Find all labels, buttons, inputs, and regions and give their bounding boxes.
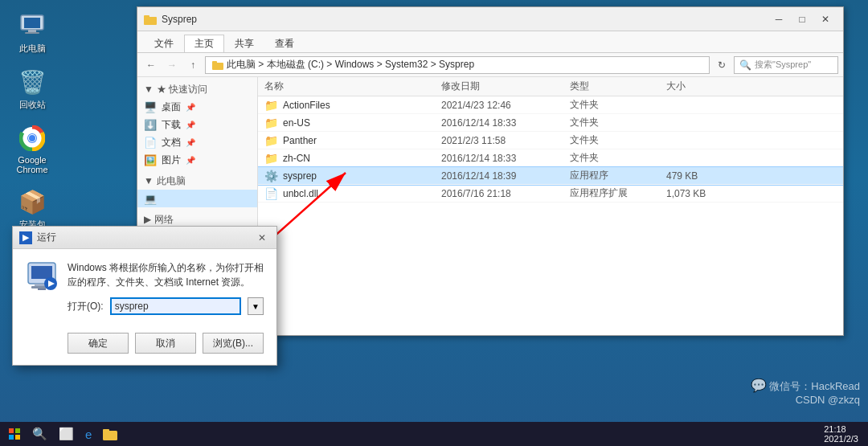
file-row[interactable]: 📁 en-US 2016/12/14 18:33 文件夹: [258, 114, 843, 132]
tab-file[interactable]: 文件: [144, 35, 184, 52]
nav-pictures[interactable]: 🖼️ 图片 📌: [137, 151, 257, 169]
run-dialog-close[interactable]: ✕: [254, 231, 270, 245]
col-header-date[interactable]: 修改日期: [441, 80, 570, 93]
run-dialog-title-bar: ▶ 运行 ✕: [13, 227, 276, 249]
run-dialog-buttons: 确定 取消 浏览(B)...: [13, 326, 276, 365]
file-type: 应用程序扩展: [570, 186, 666, 200]
desktop-icon-this-pc[interactable]: 此电脑: [5, 8, 59, 58]
tab-home[interactable]: 主页: [184, 35, 224, 52]
svg-rect-15: [31, 266, 52, 279]
desktop-icons-panel: 此电脑 🗑️ 回收站 Google Chrome 📦 安装: [0, 0, 64, 446]
svg-rect-18: [38, 288, 46, 290]
clock-time: 21:18: [824, 424, 858, 434]
file-row[interactable]: ⚙️ sysprep 2016/12/14 18:39 应用程序 479 KB: [258, 167, 843, 185]
quick-access-header[interactable]: ▼ ★ 快速访问: [137, 80, 257, 98]
refresh-button[interactable]: ↻: [713, 56, 731, 74]
documents-nav-label: 文档: [162, 136, 181, 149]
file-date: 2021/2/3 11:58: [441, 135, 570, 146]
chrome-icon: [18, 124, 47, 153]
file-type: 文件夹: [570, 151, 666, 165]
svg-rect-24: [15, 435, 20, 440]
up-button[interactable]: ↑: [184, 56, 202, 74]
search-taskbar-icon: 🔍: [32, 427, 47, 441]
folder-icon: 📁: [264, 117, 278, 129]
taskbar-explorer[interactable]: [98, 423, 122, 445]
run-dropdown-button[interactable]: ▼: [248, 297, 264, 315]
run-dialog: ▶ 运行 ✕ Windows 将根据你所输入的名称，为你打开相应的程序、文件夹、…: [12, 226, 277, 366]
run-input-field[interactable]: [110, 297, 241, 315]
file-row[interactable]: 📄 unbcl.dll 2016/7/16 21:18 应用程序扩展 1,073…: [258, 185, 843, 203]
nav-desktop[interactable]: 🖥️ 桌面 📌: [137, 98, 257, 116]
address-path[interactable]: 此电脑 > 本地磁盘 (C:) > Windows > System32 > S…: [205, 56, 710, 74]
search-box[interactable]: 🔍 搜索"Sysprep": [734, 56, 838, 74]
col-header-size[interactable]: 大小: [666, 80, 747, 93]
run-ok-button[interactable]: 确定: [68, 333, 129, 354]
run-cancel-button[interactable]: 取消: [135, 333, 196, 354]
file-date: 2016/12/14 18:39: [441, 170, 570, 182]
back-button[interactable]: ←: [142, 56, 160, 74]
svg-rect-21: [9, 428, 14, 433]
this-pc-nav-icon: 💻: [144, 192, 157, 205]
taskbar-edge[interactable]: e: [80, 423, 96, 445]
desktop: 此电脑 🗑️ 回收站 Google Chrome 📦 安装: [0, 0, 868, 446]
file-date: 2021/4/23 12:46: [441, 100, 570, 111]
folder-icon: 📁: [264, 152, 278, 165]
wechat-icon: 💬: [751, 378, 767, 392]
run-dialog-icon: ▶: [19, 231, 32, 244]
quick-access-label: ★ 快速访问: [157, 83, 207, 96]
svg-rect-3: [25, 32, 39, 34]
file-row[interactable]: 📁 ActionFiles 2021/4/23 12:46 文件夹: [258, 96, 843, 114]
desktop-icon-chrome[interactable]: Google Chrome: [5, 121, 59, 178]
title-bar: Sysprep ─ □ ✕: [137, 7, 843, 31]
col-header-type[interactable]: 类型: [570, 80, 666, 93]
folder-icon: 📁: [264, 99, 278, 112]
file-type: 应用程序: [570, 169, 666, 182]
task-view-icon: ⬜: [59, 427, 74, 441]
file-date: 2016/12/14 18:33: [441, 153, 570, 164]
tab-share[interactable]: 共享: [224, 35, 264, 52]
nav-this-pc[interactable]: 💻: [137, 190, 257, 207]
close-button[interactable]: ✕: [814, 10, 837, 28]
maximize-button[interactable]: □: [791, 10, 813, 28]
forward-button[interactable]: →: [163, 56, 181, 74]
tab-view[interactable]: 查看: [264, 35, 305, 52]
explorer-window-icon: [144, 13, 157, 26]
watermark-line1: 💬 微信号：HackRead: [751, 378, 860, 394]
file-name: ⚙️ sysprep: [264, 170, 441, 182]
file-name-text: ActionFiles: [283, 100, 330, 111]
desktop-nav-label: 桌面: [162, 100, 181, 114]
svg-rect-11: [212, 61, 217, 64]
file-name: 📁 ActionFiles: [264, 99, 441, 112]
chrome-label: Google Chrome: [8, 155, 56, 174]
window-title: Sysprep: [162, 14, 768, 25]
run-browse-button[interactable]: 浏览(B)...: [203, 333, 264, 354]
file-list-header: 名称 修改日期 类型 大小: [258, 77, 843, 96]
start-button[interactable]: [3, 423, 26, 445]
this-pc-nav-label: 此电脑: [157, 174, 186, 188]
file-row[interactable]: 📁 zh-CN 2016/12/14 18:33 文件夹: [258, 149, 843, 167]
pictures-nav-icon: 🖼️: [144, 153, 157, 166]
nav-downloads[interactable]: ⬇️ 下载 📌: [137, 116, 257, 133]
file-date: 2016/12/14 18:33: [441, 117, 570, 129]
downloads-nav-icon: ⬇️: [144, 118, 157, 131]
this-pc-header[interactable]: ▼ 此电脑: [137, 172, 257, 190]
minimize-button[interactable]: ─: [768, 10, 790, 28]
file-list: 名称 修改日期 类型 大小 📁 ActionFiles 2021/4/23 12…: [258, 77, 843, 335]
file-type: 文件夹: [570, 98, 666, 112]
file-name-text: sysprep: [283, 170, 317, 182]
nav-documents[interactable]: 📄 文档 📌: [137, 133, 257, 151]
taskbar-search[interactable]: 🔍: [27, 423, 52, 445]
taskbar: 🔍 ⬜ e 21:18 2021/2/3: [0, 422, 868, 446]
explorer-taskbar-icon: [103, 427, 117, 441]
col-header-name[interactable]: 名称: [264, 80, 441, 93]
pin-icon-4: 📌: [186, 156, 195, 165]
desktop-icon-recycle-bin[interactable]: 🗑️ 回收站: [5, 64, 59, 114]
file-date: 2016/7/16 21:18: [441, 188, 570, 199]
search-icon: 🔍: [739, 59, 751, 71]
desktop-nav-icon: 🖥️: [144, 100, 157, 113]
taskbar-task-view[interactable]: ⬜: [54, 423, 79, 445]
clock-date: 2021/2/3: [824, 434, 858, 444]
file-row[interactable]: 📁 Panther 2021/2/3 11:58 文件夹: [258, 132, 843, 149]
file-name-text: zh-CN: [283, 153, 310, 164]
svg-rect-1: [24, 18, 40, 28]
